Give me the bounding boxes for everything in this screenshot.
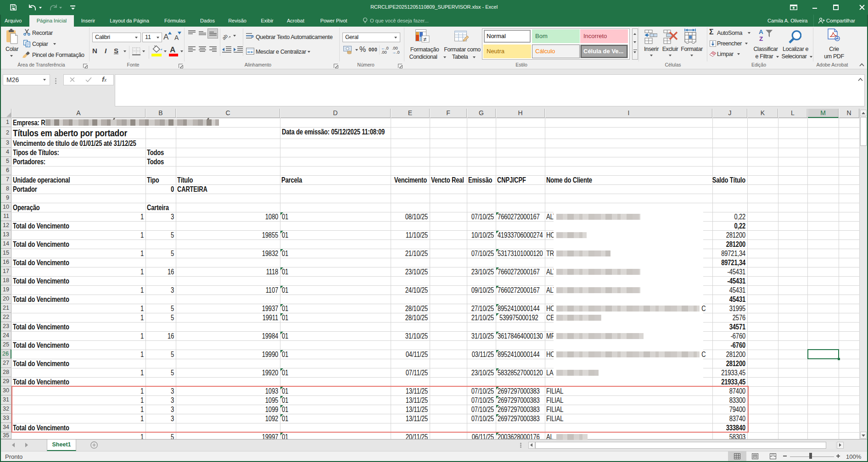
svg-text:Z: Z bbox=[759, 35, 763, 42]
svg-text:A: A bbox=[759, 28, 763, 35]
svg-text:≠: ≠ bbox=[423, 36, 426, 43]
svg-text:ab: ab bbox=[223, 33, 229, 40]
